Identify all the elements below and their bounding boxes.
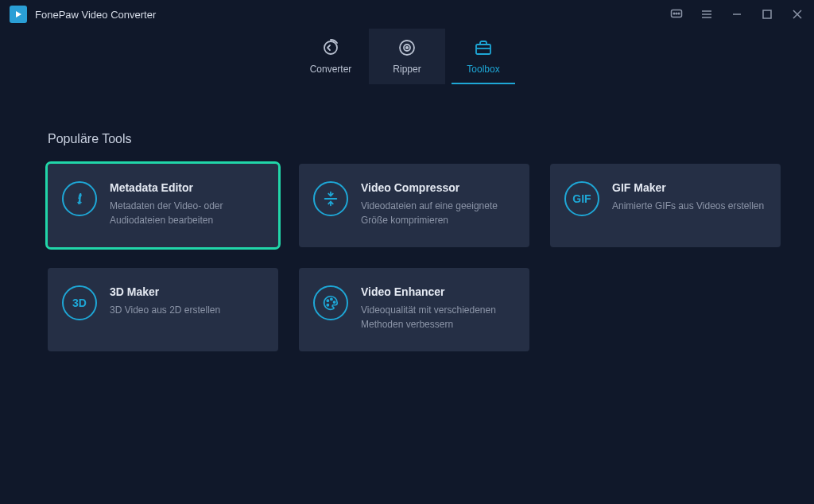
- gif-icon: GIF: [564, 181, 599, 216]
- card-title: Video Enhancer: [361, 285, 515, 298]
- tab-label: Toolbox: [467, 64, 499, 75]
- palette-icon: [313, 285, 348, 320]
- compress-icon: [313, 181, 348, 216]
- card-title: 3D Maker: [110, 285, 264, 298]
- svg-point-3: [678, 13, 680, 14]
- feedback-icon[interactable]: [669, 7, 684, 21]
- tool-card-metadata-editor[interactable]: i Metadata Editor Metadaten der Video- o…: [48, 164, 278, 247]
- tool-card-gif-maker[interactable]: GIF GIF Maker Animierte GIFs aus Videos …: [550, 164, 781, 247]
- toolbox-icon: [474, 38, 493, 57]
- svg-point-19: [331, 298, 332, 300]
- three-d-icon: 3D: [62, 285, 97, 320]
- info-icon: i: [62, 181, 97, 216]
- tabs: Converter Ripper Toolbox: [0, 29, 814, 84]
- tab-ripper[interactable]: Ripper: [369, 29, 445, 84]
- svg-rect-8: [763, 10, 771, 18]
- card-desc: 3D Video aus 2D erstellen: [110, 303, 264, 317]
- card-desc: Videodateien auf eine geeignete Größe ko…: [361, 199, 515, 227]
- content: Populäre Tools i Metadata Editor Metadat…: [0, 84, 814, 351]
- svg-point-1: [673, 13, 675, 14]
- svg-point-18: [327, 300, 328, 301]
- tab-label: Converter: [310, 64, 352, 75]
- tool-card-3d-maker[interactable]: 3D 3D Maker 3D Video aus 2D erstellen: [48, 268, 278, 351]
- ripper-icon: [397, 38, 417, 57]
- card-desc: Animierte GIFs aus Videos erstellen: [612, 199, 766, 213]
- svg-point-2: [676, 13, 677, 14]
- card-title: GIF Maker: [612, 181, 766, 194]
- menu-icon[interactable]: [700, 7, 714, 21]
- card-title: Video Compressor: [361, 181, 515, 194]
- svg-point-14: [406, 47, 408, 48]
- section-title: Populäre Tools: [48, 132, 766, 146]
- tool-card-video-compressor[interactable]: Video Compressor Videodateien auf eine g…: [299, 164, 529, 247]
- svg-point-20: [333, 301, 335, 303]
- tab-converter[interactable]: Converter: [293, 29, 369, 84]
- minimize-icon[interactable]: [730, 7, 744, 21]
- titlebar: FonePaw Video Converter: [0, 0, 814, 29]
- svg-point-21: [327, 304, 328, 306]
- tab-label: Ripper: [393, 64, 421, 75]
- tool-card-video-enhancer[interactable]: Video Enhancer Videoqualität mit verschi…: [299, 268, 529, 351]
- svg-point-11: [324, 41, 337, 54]
- cards-grid: i Metadata Editor Metadaten der Video- o…: [48, 164, 766, 351]
- titlebar-actions: [669, 7, 804, 21]
- close-icon[interactable]: [790, 7, 804, 21]
- svg-rect-15: [476, 45, 490, 54]
- tab-toolbox[interactable]: Toolbox: [445, 29, 521, 84]
- icon-text: 3D: [72, 297, 87, 309]
- app-title: FonePaw Video Converter: [35, 9, 156, 21]
- card-desc: Metadaten der Video- oder Audiodateien b…: [110, 199, 264, 227]
- app-logo: [10, 6, 27, 23]
- icon-text: GIF: [572, 192, 591, 205]
- card-desc: Videoqualität mit verschiedenen Methoden…: [361, 303, 515, 331]
- card-title: Metadata Editor: [110, 181, 264, 194]
- maximize-icon[interactable]: [760, 7, 774, 21]
- converter-icon: [321, 38, 340, 57]
